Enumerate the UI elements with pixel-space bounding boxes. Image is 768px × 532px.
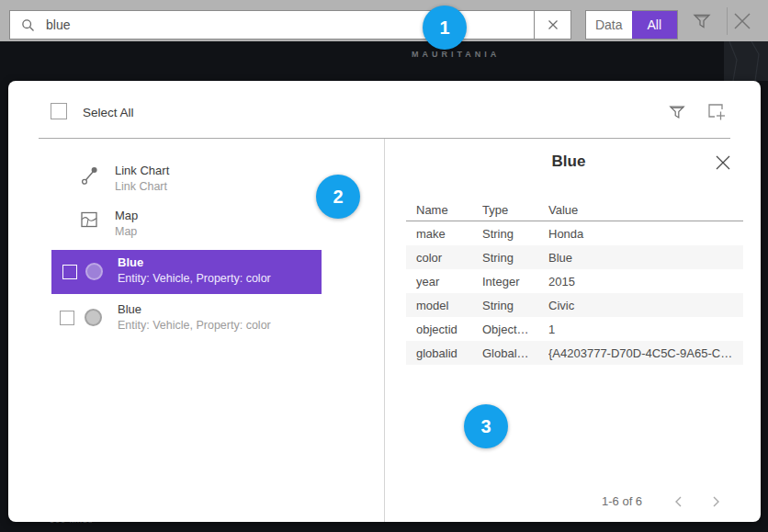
list-item-title: Blue — [118, 255, 322, 269]
list-item-blue[interactable]: Blue Entity: Vehicle, Property: color — [51, 298, 327, 340]
table-row: year Integer 2015 — [406, 269, 743, 293]
search-icon — [21, 18, 35, 32]
cell-type: Object… — [482, 323, 548, 336]
select-all-checkbox[interactable] — [51, 103, 67, 119]
cell-name: color — [406, 251, 482, 265]
cell-name: objectid — [406, 323, 482, 336]
table-header-row: Name Type Value — [406, 198, 743, 221]
cell-value: {A4203777-D70D-4C5C-9A65-C… — [548, 346, 743, 360]
search-toolbar: Data All — [0, 0, 768, 41]
pagination-label: 1-6 of 6 — [602, 494, 642, 508]
cell-type: Integer — [482, 275, 548, 289]
cell-type: String — [482, 299, 548, 312]
scope-data-button[interactable]: Data — [586, 11, 632, 39]
close-search-icon[interactable] — [731, 10, 753, 32]
callout-3: 3 — [464, 404, 508, 448]
table-row: globalid Global… {A4203777-D70D-4C5C-9A6… — [406, 341, 743, 365]
list-item-blue-selected[interactable]: Blue Entity: Vehicle, Property: color — [51, 250, 322, 294]
link-chart-icon — [81, 165, 99, 186]
search-field[interactable] — [9, 10, 571, 40]
map-label-mauritania: MAURITANIA — [412, 50, 500, 59]
new-selection-icon[interactable] — [706, 102, 727, 121]
cell-value: Blue — [548, 251, 743, 265]
item-checkbox[interactable] — [60, 311, 74, 325]
scope-all-button[interactable]: All — [632, 11, 678, 39]
select-all-label: Select All — [83, 106, 134, 119]
column-header-value: Value — [548, 203, 743, 217]
table-row: objectid Object… 1 — [406, 317, 743, 341]
toolbar-divider — [727, 7, 728, 35]
map-background — [724, 41, 768, 81]
search-scope-toggle: Data All — [585, 10, 678, 40]
search-results-panel: Select All — [8, 81, 761, 522]
column-header-name: Name — [406, 203, 482, 217]
cell-name: make — [406, 227, 482, 241]
cell-type: String — [482, 227, 548, 241]
list-item-link-chart[interactable]: Link Chart Link Chart — [81, 164, 356, 193]
table-row: model String Civic — [406, 293, 743, 317]
cell-value: Civic — [548, 299, 743, 312]
cell-name: globalid — [406, 346, 482, 360]
detail-close-icon[interactable] — [715, 154, 731, 171]
list-item-map[interactable]: Map Map — [80, 209, 356, 238]
cell-type: String — [482, 251, 548, 265]
cell-name: year — [406, 275, 482, 289]
item-checkbox[interactable] — [62, 265, 77, 279]
pagination: 1-6 of 6 — [559, 492, 743, 511]
column-header-type: Type — [482, 203, 548, 217]
search-clear-button[interactable] — [534, 11, 570, 39]
list-detail-divider — [384, 139, 385, 522]
next-page-icon[interactable] — [708, 494, 723, 509]
list-item-subtitle: Entity: Vehicle, Property: color — [118, 272, 322, 285]
list-item-title: Link Chart — [115, 164, 356, 177]
results-filter-icon[interactable] — [668, 103, 686, 121]
table-row: color String Blue — [406, 245, 743, 269]
callout-1: 1 — [423, 6, 467, 50]
cell-value: Honda — [548, 227, 743, 241]
detail-title: Blue — [394, 153, 743, 171]
list-item-title: Map — [115, 209, 356, 222]
list-item-title: Blue — [118, 302, 327, 316]
table-row: make String Honda — [406, 221, 743, 245]
filter-icon[interactable] — [692, 12, 712, 30]
list-item-subtitle: Map — [115, 225, 356, 238]
cell-value: 2015 — [548, 275, 743, 289]
cell-name: model — [406, 299, 482, 312]
map-icon — [80, 210, 98, 229]
cell-type: Global… — [482, 346, 548, 360]
entity-dot-icon — [85, 263, 103, 280]
entity-dot-icon — [85, 309, 102, 326]
attribute-table: Name Type Value make String Honda color … — [406, 198, 743, 365]
previous-page-icon[interactable] — [672, 494, 686, 509]
app-window: WESTER MAURITANIA 500 Miles Data All — [0, 0, 768, 532]
list-item-subtitle: Entity: Vehicle, Property: color — [118, 319, 327, 332]
callout-2: 2 — [316, 175, 360, 219]
cell-value: 1 — [548, 323, 743, 336]
